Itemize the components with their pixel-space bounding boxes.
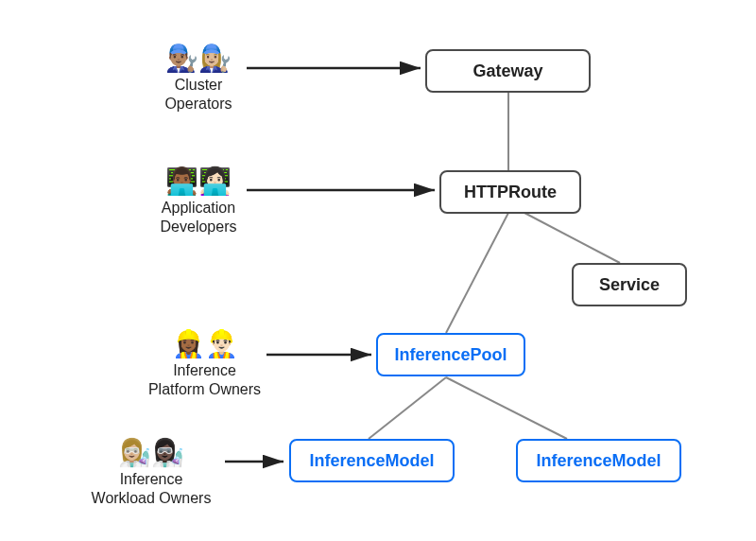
svg-line-2	[524, 213, 620, 263]
role-cluster-operators-emoji: 👨🏽‍🔧👩🏼‍🔧	[146, 45, 250, 72]
svg-line-3	[369, 377, 446, 439]
role-app-developers-line1: Application	[162, 200, 235, 216]
node-service-label: Service	[599, 275, 660, 295]
role-app-developers: 👨🏾‍💻👩🏻‍💻 Application Developers	[146, 168, 250, 236]
svg-line-4	[446, 377, 567, 439]
node-service: Service	[572, 263, 687, 306]
node-inferencepool-label: InferencePool	[394, 345, 507, 365]
role-platform-owners-line1: Inference	[173, 362, 236, 378]
role-platform-owners-emoji: 👷🏾‍♀️👷🏻‍♂️	[141, 331, 268, 358]
role-workload-owners-emoji: 👩🏼‍🔬👩🏿‍🔬	[76, 440, 227, 466]
role-workload-owners-line1: Inference	[120, 471, 183, 487]
role-cluster-operators-line2: Operators	[164, 96, 232, 112]
node-httproute: HTTPRoute	[439, 170, 581, 214]
node-httproute-label: HTTPRoute	[464, 183, 557, 202]
node-gateway-label: Gateway	[472, 61, 542, 81]
role-workload-owners: 👩🏼‍🔬👩🏿‍🔬 Inference Workload Owners	[76, 440, 227, 508]
node-inferencemodel-right: InferenceModel	[516, 439, 681, 482]
node-inferencemodel-left-label: InferenceModel	[309, 451, 434, 471]
role-app-developers-emoji: 👨🏾‍💻👩🏻‍💻	[146, 168, 250, 195]
role-cluster-operators: 👨🏽‍🔧👩🏼‍🔧 Cluster Operators	[146, 45, 250, 113]
role-platform-owners: 👷🏾‍♀️👷🏻‍♂️ Inference Platform Owners	[141, 331, 268, 399]
node-inferencepool: InferencePool	[376, 333, 525, 376]
role-workload-owners-line2: Workload Owners	[92, 490, 212, 506]
node-gateway: Gateway	[425, 49, 591, 93]
role-platform-owners-line2: Platform Owners	[148, 381, 261, 397]
node-inferencemodel-right-label: InferenceModel	[536, 451, 661, 471]
role-app-developers-line2: Developers	[161, 218, 237, 235]
svg-line-1	[446, 213, 508, 333]
node-inferencemodel-left: InferenceModel	[289, 439, 455, 482]
role-cluster-operators-line1: Cluster	[175, 77, 223, 93]
